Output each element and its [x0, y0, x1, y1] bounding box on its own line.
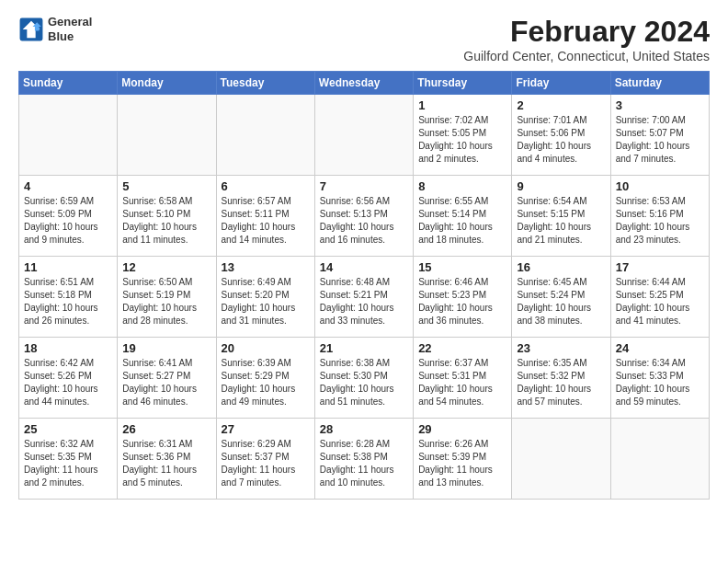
calendar-cell: 20Sunrise: 6:39 AM Sunset: 5:29 PM Dayli… — [216, 338, 314, 419]
calendar-cell: 19Sunrise: 6:41 AM Sunset: 5:27 PM Dayli… — [118, 338, 216, 419]
day-detail: Sunrise: 6:55 AM Sunset: 5:14 PM Dayligh… — [418, 195, 506, 247]
calendar-cell: 8Sunrise: 6:55 AM Sunset: 5:14 PM Daylig… — [414, 176, 512, 257]
day-number: 9 — [517, 179, 605, 193]
day-detail: Sunrise: 6:26 AM Sunset: 5:39 PM Dayligh… — [418, 438, 506, 489]
calendar-cell: 13Sunrise: 6:49 AM Sunset: 5:20 PM Dayli… — [216, 257, 314, 338]
day-number: 22 — [418, 341, 506, 355]
day-detail: Sunrise: 6:50 AM Sunset: 5:19 PM Dayligh… — [122, 276, 210, 327]
calendar-cell: 17Sunrise: 6:44 AM Sunset: 5:25 PM Dayli… — [610, 257, 709, 338]
day-detail: Sunrise: 6:35 AM Sunset: 5:32 PM Dayligh… — [517, 357, 605, 408]
calendar-cell: 11Sunrise: 6:51 AM Sunset: 5:18 PM Dayli… — [19, 257, 118, 338]
day-detail: Sunrise: 6:28 AM Sunset: 5:38 PM Dayligh… — [320, 438, 408, 489]
day-number: 21 — [320, 341, 408, 355]
day-number: 29 — [418, 422, 506, 436]
day-detail: Sunrise: 6:34 AM Sunset: 5:33 PM Dayligh… — [616, 357, 704, 408]
calendar-cell — [314, 95, 413, 176]
weekday-header: Wednesday — [314, 72, 413, 95]
calendar-cell: 28Sunrise: 6:28 AM Sunset: 5:38 PM Dayli… — [314, 419, 413, 500]
day-detail: Sunrise: 6:56 AM Sunset: 5:13 PM Dayligh… — [320, 195, 408, 247]
weekday-header: Monday — [118, 72, 216, 95]
calendar-cell: 16Sunrise: 6:45 AM Sunset: 5:24 PM Dayli… — [512, 257, 610, 338]
day-number: 1 — [418, 98, 506, 112]
day-detail: Sunrise: 6:48 AM Sunset: 5:21 PM Dayligh… — [320, 276, 408, 327]
day-number: 24 — [616, 341, 704, 355]
day-detail: Sunrise: 6:53 AM Sunset: 5:16 PM Dayligh… — [616, 195, 704, 247]
day-number: 12 — [122, 260, 210, 274]
calendar-cell: 26Sunrise: 6:31 AM Sunset: 5:36 PM Dayli… — [118, 419, 216, 500]
day-detail: Sunrise: 7:00 AM Sunset: 5:07 PM Dayligh… — [616, 114, 704, 166]
day-number: 11 — [24, 260, 112, 274]
day-number: 15 — [418, 260, 506, 274]
day-number: 2 — [517, 98, 605, 112]
day-number: 28 — [320, 422, 408, 436]
day-detail: Sunrise: 6:45 AM Sunset: 5:24 PM Dayligh… — [517, 276, 605, 327]
day-detail: Sunrise: 7:02 AM Sunset: 5:05 PM Dayligh… — [418, 114, 506, 166]
calendar-cell: 22Sunrise: 6:37 AM Sunset: 5:31 PM Dayli… — [414, 338, 512, 419]
weekday-header: Thursday — [414, 72, 512, 95]
day-detail: Sunrise: 6:57 AM Sunset: 5:11 PM Dayligh… — [222, 195, 310, 247]
calendar-cell: 10Sunrise: 6:53 AM Sunset: 5:16 PM Dayli… — [610, 176, 709, 257]
calendar-cell: 12Sunrise: 6:50 AM Sunset: 5:19 PM Dayli… — [118, 257, 216, 338]
calendar-cell: 1Sunrise: 7:02 AM Sunset: 5:05 PM Daylig… — [414, 95, 512, 176]
calendar-week-row: 4Sunrise: 6:59 AM Sunset: 5:09 PM Daylig… — [19, 176, 710, 257]
title-area: February 2024 Guilford Center, Connectic… — [463, 15, 710, 63]
day-number: 25 — [24, 422, 112, 436]
day-number: 4 — [24, 179, 112, 193]
day-detail: Sunrise: 6:41 AM Sunset: 5:27 PM Dayligh… — [122, 357, 210, 408]
day-number: 3 — [616, 98, 704, 112]
calendar-cell — [216, 95, 314, 176]
calendar-cell: 21Sunrise: 6:38 AM Sunset: 5:30 PM Dayli… — [314, 338, 413, 419]
calendar-cell: 5Sunrise: 6:58 AM Sunset: 5:10 PM Daylig… — [118, 176, 216, 257]
calendar-cell — [19, 95, 118, 176]
calendar-cell — [512, 419, 610, 500]
day-detail: Sunrise: 6:31 AM Sunset: 5:36 PM Dayligh… — [122, 438, 210, 489]
day-number: 18 — [24, 341, 112, 355]
calendar-week-row: 1Sunrise: 7:02 AM Sunset: 5:05 PM Daylig… — [19, 95, 710, 176]
calendar-cell: 7Sunrise: 6:56 AM Sunset: 5:13 PM Daylig… — [314, 176, 413, 257]
weekday-header: Sunday — [19, 72, 118, 95]
day-detail: Sunrise: 6:44 AM Sunset: 5:25 PM Dayligh… — [616, 276, 704, 327]
calendar-cell: 24Sunrise: 6:34 AM Sunset: 5:33 PM Dayli… — [610, 338, 709, 419]
day-detail: Sunrise: 6:38 AM Sunset: 5:30 PM Dayligh… — [320, 357, 408, 408]
calendar-cell: 6Sunrise: 6:57 AM Sunset: 5:11 PM Daylig… — [216, 176, 314, 257]
calendar-cell: 9Sunrise: 6:54 AM Sunset: 5:15 PM Daylig… — [512, 176, 610, 257]
day-detail: Sunrise: 6:32 AM Sunset: 5:35 PM Dayligh… — [24, 438, 112, 489]
day-number: 27 — [222, 422, 310, 436]
day-detail: Sunrise: 6:29 AM Sunset: 5:37 PM Dayligh… — [222, 438, 310, 489]
logo: General Blue — [18, 15, 92, 43]
calendar-header: SundayMondayTuesdayWednesdayThursdayFrid… — [19, 72, 710, 95]
page-subtitle: Guilford Center, Connecticut, United Sta… — [463, 49, 710, 63]
weekday-row: SundayMondayTuesdayWednesdayThursdayFrid… — [19, 72, 710, 95]
day-detail: Sunrise: 6:46 AM Sunset: 5:23 PM Dayligh… — [418, 276, 506, 327]
day-number: 6 — [222, 179, 310, 193]
calendar-cell: 15Sunrise: 6:46 AM Sunset: 5:23 PM Dayli… — [414, 257, 512, 338]
day-number: 8 — [418, 179, 506, 193]
calendar-cell: 3Sunrise: 7:00 AM Sunset: 5:07 PM Daylig… — [610, 95, 709, 176]
day-number: 20 — [222, 341, 310, 355]
calendar-cell — [610, 419, 709, 500]
calendar-cell: 4Sunrise: 6:59 AM Sunset: 5:09 PM Daylig… — [19, 176, 118, 257]
day-number: 17 — [616, 260, 704, 274]
day-detail: Sunrise: 6:51 AM Sunset: 5:18 PM Dayligh… — [24, 276, 112, 327]
day-number: 26 — [122, 422, 210, 436]
calendar-cell: 23Sunrise: 6:35 AM Sunset: 5:32 PM Dayli… — [512, 338, 610, 419]
logo-icon — [18, 17, 44, 42]
day-number: 10 — [616, 179, 704, 193]
day-number: 13 — [222, 260, 310, 274]
calendar-cell — [118, 95, 216, 176]
calendar-cell: 14Sunrise: 6:48 AM Sunset: 5:21 PM Dayli… — [314, 257, 413, 338]
day-number: 16 — [517, 260, 605, 274]
calendar-cell: 25Sunrise: 6:32 AM Sunset: 5:35 PM Dayli… — [19, 419, 118, 500]
day-number: 19 — [122, 341, 210, 355]
weekday-header: Friday — [512, 72, 610, 95]
calendar-cell: 18Sunrise: 6:42 AM Sunset: 5:26 PM Dayli… — [19, 338, 118, 419]
header: General Blue February 2024 Guilford Cent… — [18, 15, 710, 63]
day-detail: Sunrise: 6:42 AM Sunset: 5:26 PM Dayligh… — [24, 357, 112, 408]
day-detail: Sunrise: 6:58 AM Sunset: 5:10 PM Dayligh… — [122, 195, 210, 247]
calendar-cell: 27Sunrise: 6:29 AM Sunset: 5:37 PM Dayli… — [216, 419, 314, 500]
day-detail: Sunrise: 6:39 AM Sunset: 5:29 PM Dayligh… — [222, 357, 310, 408]
day-detail: Sunrise: 6:59 AM Sunset: 5:09 PM Dayligh… — [24, 195, 112, 247]
day-number: 5 — [122, 179, 210, 193]
logo-text: General Blue — [48, 15, 92, 43]
calendar-table: SundayMondayTuesdayWednesdayThursdayFrid… — [18, 71, 710, 500]
